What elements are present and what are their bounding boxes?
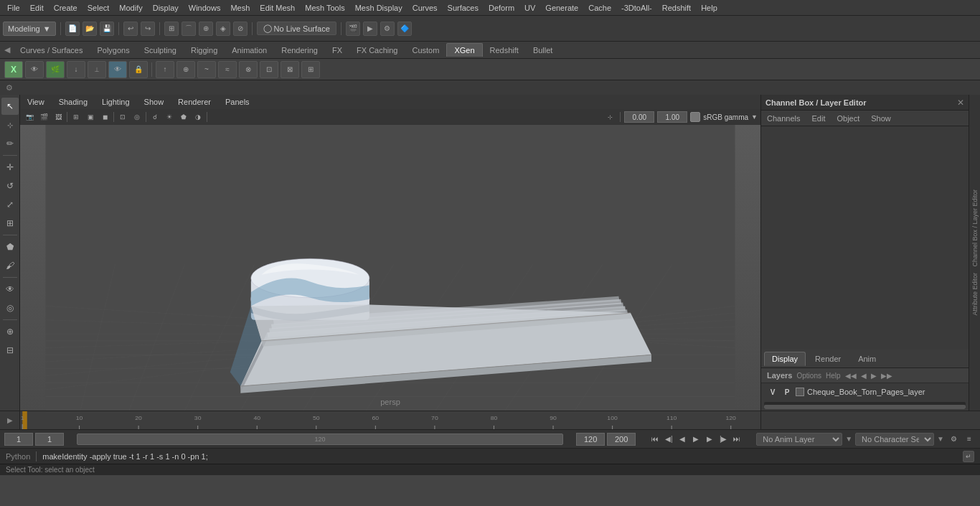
- redo-btn[interactable]: ↪: [141, 22, 155, 36]
- disp-tab-display[interactable]: Display: [764, 352, 806, 366]
- layer-item-0[interactable]: V P Cheque_Book_Torn_Pages_layer: [764, 385, 966, 399]
- vp-cam-btn[interactable]: 📷: [23, 111, 36, 123]
- vp-xray-btn[interactable]: ☌: [149, 111, 161, 123]
- render-settings-btn[interactable]: ⚙: [380, 22, 395, 36]
- attribute-editor-label[interactable]: Attribute Editor: [971, 270, 979, 319]
- layer-back-btn[interactable]: ◀: [861, 372, 867, 380]
- layers-help-btn[interactable]: Help: [826, 372, 841, 380]
- color-space-arrow[interactable]: ▼: [751, 113, 758, 121]
- vp-val1-input[interactable]: [624, 111, 654, 123]
- disp-tab-render[interactable]: Render: [807, 352, 849, 366]
- goto-end-btn[interactable]: ⏭: [730, 433, 743, 446]
- frame-end-input[interactable]: [576, 433, 605, 446]
- menu-deform[interactable]: Deform: [484, 2, 519, 14]
- tab-left-btn[interactable]: ◀: [1, 44, 13, 56]
- open-btn[interactable]: 📂: [83, 22, 97, 36]
- menu-uv[interactable]: UV: [520, 2, 540, 14]
- tab-curves-surfaces[interactable]: Curves / Surfaces: [13, 44, 90, 57]
- tab-xgen[interactable]: XGen: [446, 43, 482, 57]
- anim-layer-select[interactable]: No Anim Layer: [756, 433, 842, 446]
- frame-start-input[interactable]: [4, 433, 33, 446]
- next-frame-btn[interactable]: ▶: [703, 433, 716, 446]
- ipr-btn[interactable]: ▶: [363, 22, 377, 36]
- select-tool-btn[interactable]: ↖: [1, 98, 19, 115]
- menu-cache[interactable]: Cache: [584, 2, 616, 14]
- tab-bullet[interactable]: Bullet: [526, 44, 560, 57]
- xgen-btn-7[interactable]: ↑: [156, 61, 174, 78]
- menu-mesh-display[interactable]: Mesh Display: [351, 2, 407, 14]
- xgen-btn-1[interactable]: 👁: [25, 61, 44, 78]
- menu-file[interactable]: File: [3, 2, 24, 14]
- tab-fx[interactable]: FX: [325, 44, 349, 57]
- next-key-btn[interactable]: |▶: [717, 433, 730, 446]
- xgen-btn-12[interactable]: ⊡: [260, 61, 278, 78]
- char-set-select[interactable]: No Character Set: [855, 433, 934, 446]
- vp-menu-show[interactable]: Show: [141, 97, 167, 107]
- tab-custom[interactable]: Custom: [405, 44, 447, 57]
- new-scene-btn[interactable]: 📄: [65, 22, 80, 36]
- menu-create[interactable]: Create: [50, 2, 82, 14]
- char-set-extra-btn[interactable]: ≡: [963, 433, 976, 446]
- play-btn[interactable]: ▶: [689, 433, 702, 446]
- vp-menu-renderer[interactable]: Renderer: [175, 97, 214, 107]
- xgen-btn-8[interactable]: ⊕: [176, 61, 195, 78]
- vp-iso-btn[interactable]: ◎: [131, 111, 143, 123]
- disp-tab-anim[interactable]: Anim: [850, 352, 884, 366]
- xgen-btn-3[interactable]: ↓: [67, 61, 85, 78]
- tab-animation[interactable]: Animation: [225, 44, 274, 57]
- live-surface-btn[interactable]: ◯ No Live Surface: [257, 22, 336, 35]
- tab-fx-caching[interactable]: FX Caching: [349, 44, 405, 57]
- menu-edit[interactable]: Edit: [26, 2, 48, 14]
- menu-generate[interactable]: Generate: [541, 2, 583, 14]
- menu-mesh-tools[interactable]: Mesh Tools: [301, 2, 349, 14]
- menu-curves[interactable]: Curves: [408, 2, 442, 14]
- xgen-btn-6[interactable]: 🔒: [129, 61, 148, 78]
- vp-menu-panels[interactable]: Panels: [222, 97, 253, 107]
- xgen-btn-13[interactable]: ⊠: [281, 61, 299, 78]
- menu-modify[interactable]: Modify: [115, 2, 146, 14]
- menu-redshift[interactable]: Redshift: [658, 2, 695, 14]
- menu-3dtoall[interactable]: -3DtoAll-: [617, 2, 656, 14]
- channel-box-label[interactable]: Channel Box / Layer Editor: [971, 187, 979, 270]
- snap-view-btn[interactable]: ◈: [216, 22, 230, 36]
- tab-sculpting[interactable]: Sculpting: [137, 44, 184, 57]
- frame-current-input[interactable]: [35, 433, 64, 446]
- vp-light-btn[interactable]: ☀: [163, 111, 176, 123]
- timeline-ruler[interactable]: 1 10 20 30 40 50 60 70 80 90 1: [20, 411, 760, 430]
- menu-select[interactable]: Select: [83, 2, 114, 14]
- vp-menu-lighting[interactable]: Lighting: [99, 97, 133, 107]
- goto-start-btn[interactable]: ⏮: [649, 433, 661, 446]
- python-enter-btn[interactable]: ↵: [963, 451, 974, 462]
- menu-help[interactable]: Help: [697, 2, 722, 14]
- scale-tool-btn[interactable]: ⤢: [1, 196, 19, 213]
- layer-fwd-btn[interactable]: ▶: [871, 372, 877, 380]
- vp-ao-btn[interactable]: ◑: [192, 111, 204, 123]
- settings-gear-icon[interactable]: ⚙: [3, 81, 16, 94]
- char-set-settings-btn[interactable]: ⚙: [947, 433, 960, 446]
- layer-visibility-btn[interactable]: V: [767, 386, 778, 398]
- soft-select-btn[interactable]: ⬟: [1, 238, 19, 256]
- frame-range-slider[interactable]: 120: [77, 434, 563, 445]
- vp-menu-shading[interactable]: Shading: [56, 97, 90, 107]
- vp-film-btn[interactable]: 🎬: [37, 111, 50, 123]
- layer-prev-btn[interactable]: ◀◀: [845, 372, 857, 380]
- xgen-btn-0[interactable]: X: [4, 61, 23, 78]
- layer-playback-btn[interactable]: P: [781, 386, 793, 398]
- tab-redshift[interactable]: Redshift: [483, 44, 526, 57]
- layer-color-swatch[interactable]: [796, 388, 804, 396]
- vp-sel-btn[interactable]: ⊡: [116, 111, 129, 123]
- rotate-tool-btn[interactable]: ↺: [1, 177, 19, 195]
- python-command[interactable]: makeIdentity -apply true -t 1 -r 1 -s 1 …: [42, 452, 957, 461]
- sculpt-btn[interactable]: 🖌: [1, 257, 19, 274]
- snap-curve-btn[interactable]: ⌒: [182, 22, 196, 36]
- lasso-tool-btn[interactable]: ⊹: [1, 116, 19, 133]
- transform-tool-btn[interactable]: ⊞: [1, 215, 19, 232]
- menu-mesh[interactable]: Mesh: [226, 2, 254, 14]
- xgen-btn-9[interactable]: ~: [197, 61, 216, 78]
- paint-tool-btn[interactable]: ✏: [1, 135, 19, 152]
- cb-tab-object[interactable]: Object: [834, 113, 862, 124]
- mode-dropdown[interactable]: Modeling ▼: [3, 22, 56, 36]
- xgen-btn-2[interactable]: 🌿: [46, 61, 65, 78]
- vp-camera-icon[interactable]: ⊹: [603, 111, 616, 123]
- vp-grid-btn[interactable]: ⊞: [70, 111, 83, 123]
